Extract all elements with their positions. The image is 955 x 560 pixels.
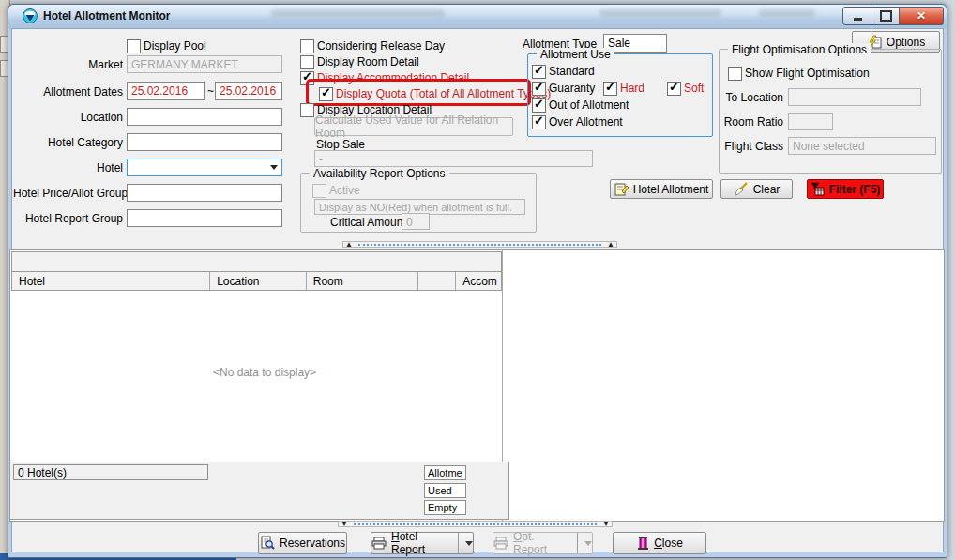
display-room-detail-checkbox[interactable] — [300, 55, 314, 69]
options-label: Options — [887, 36, 925, 49]
summary-row-allotment: Allotme — [424, 465, 466, 480]
critical-amount-field: 0 — [402, 213, 430, 230]
chevron-down-icon — [584, 541, 592, 546]
display-location-detail-checkbox[interactable] — [300, 103, 314, 117]
show-flight-optimisation-checkbox[interactable] — [728, 67, 742, 81]
bottom-splitter[interactable]: ▼ ▼ — [338, 521, 613, 527]
column-header-blank[interactable] — [418, 272, 456, 290]
clear-button[interactable]: Clear — [720, 179, 793, 199]
considering-release-day-label: Considering Release Day — [317, 39, 445, 53]
active-checkbox — [312, 184, 326, 198]
hotel-combobox[interactable] — [127, 159, 282, 176]
opt-report-button: Opt. Report — [493, 532, 593, 554]
allotment-date-from-field[interactable]: 25.02.2016 — [127, 82, 205, 100]
screen: Hotel Allotment Monitor ✕ Display Pool M… — [0, 0, 955, 560]
display-pool-checkbox[interactable] — [127, 39, 141, 53]
flight-class-field: None selected — [788, 137, 936, 155]
hotel-report-label: Hotel Report — [391, 530, 447, 556]
room-ratio-field — [788, 113, 833, 130]
hard-label: Hard — [620, 82, 644, 95]
location-field[interactable] — [127, 108, 282, 126]
opt-report-label: Opt. Report — [513, 530, 566, 556]
empty-table-message: <No data to display> — [213, 366, 316, 379]
summary-row-empty: Empty — [424, 500, 466, 515]
app-logo-icon — [23, 8, 38, 23]
clear-brush-icon — [734, 182, 749, 196]
stop-sale-field: - — [314, 150, 593, 167]
close-label: Close — [654, 537, 683, 550]
collapse-down-icon: ▼ — [341, 522, 348, 526]
display-room-detail-label: Display Room Detail — [317, 55, 419, 68]
standard-label: Standard — [549, 65, 595, 78]
reservations-icon — [260, 536, 275, 551]
guaranty-checkbox[interactable] — [532, 82, 546, 96]
standard-checkbox[interactable] — [532, 65, 546, 79]
hotel-count-label: 0 Hotel(s) — [13, 464, 208, 480]
hotel-category-field[interactable] — [127, 133, 282, 151]
chevron-down-icon[interactable] — [270, 165, 278, 170]
glass-artifact — [759, 9, 815, 17]
hotel-label: Hotel — [13, 161, 123, 174]
market-label: Market — [13, 58, 123, 71]
availability-report-options-title: Availability Report Options — [310, 167, 449, 180]
hotel-report-button[interactable]: Hotel Report — [371, 532, 474, 554]
collapse-up-icon: ▲ — [345, 242, 353, 247]
column-header-hotel[interactable]: Hotel — [12, 272, 210, 290]
active-label: Active — [329, 184, 360, 197]
allotment-use-title: Allotment Use — [537, 48, 614, 61]
table-group-header-row — [11, 251, 502, 272]
hard-checkbox[interactable] — [603, 82, 617, 96]
collapse-up-icon: ▲ — [607, 242, 614, 247]
display-accommodation-detail-checkbox[interactable] — [300, 71, 314, 85]
hotel-category-label: Hotel Category — [13, 136, 123, 149]
collapse-down-icon: ▼ — [602, 522, 610, 526]
guaranty-label: Guaranty — [549, 82, 595, 95]
maximize-icon — [880, 10, 892, 22]
considering-release-day-checkbox[interactable] — [300, 39, 314, 53]
to-location-field — [788, 88, 921, 106]
filter-button[interactable]: Filter (F5) — [807, 179, 884, 199]
minimize-button[interactable] — [842, 7, 872, 25]
out-of-allotment-label: Out of Allotment — [549, 98, 629, 112]
hotel-allotment-label: Hotel Allotment — [633, 183, 709, 196]
window-title: Hotel Allotment Monitor — [43, 9, 171, 23]
reservations-button[interactable]: Reservations — [258, 532, 347, 554]
clear-label: Clear — [753, 183, 781, 196]
market-field: GERMANY MARKET — [127, 55, 282, 73]
column-header-location[interactable]: Location — [210, 272, 307, 290]
close-icon: ✕ — [917, 9, 926, 23]
allotment-dates-label: Allotment Dates — [13, 85, 123, 98]
hotel-allotment-button[interactable]: Hotel Allotment — [610, 179, 713, 199]
display-quota-checkbox[interactable] — [319, 87, 333, 101]
filter-label: Filter (F5) — [829, 183, 881, 196]
over-allotment-label: Over Allotment — [549, 115, 623, 129]
hotel-price-allot-group-field[interactable] — [127, 184, 282, 202]
flight-class-label: Flight Class — [694, 140, 783, 153]
date-range-separator: ~ — [207, 84, 214, 98]
maximize-button[interactable] — [872, 7, 900, 25]
close-window-button[interactable]: ✕ — [900, 7, 944, 25]
over-allotment-checkbox[interactable] — [532, 115, 546, 129]
display-accommodation-detail-label: Display Accommodation Detail — [317, 71, 469, 84]
hotel-report-group-field[interactable] — [127, 209, 282, 227]
hotel-report-dropdown[interactable] — [458, 533, 473, 553]
allotment-date-to-field[interactable]: 25.02.2016 — [215, 82, 282, 100]
column-header-room[interactable]: Room — [307, 272, 419, 290]
to-location-label: To Location — [694, 91, 783, 104]
table-header-row: Hotel Location Room Accom — [11, 271, 502, 291]
minimize-icon — [854, 18, 862, 21]
critical-amount-label: Critical Amount — [330, 216, 406, 229]
filter-icon — [811, 182, 825, 196]
column-header-accom[interactable]: Accom — [456, 272, 501, 290]
printer-icon — [493, 537, 508, 550]
hotel-price-allot-group-label: Hotel Price/Allot Group — [13, 187, 123, 200]
top-splitter[interactable]: ▲ ▲ — [342, 241, 617, 248]
out-of-allotment-checkbox[interactable] — [532, 98, 546, 113]
opt-report-dropdown — [577, 533, 592, 553]
exit-door-icon — [636, 536, 649, 551]
close-button[interactable]: Close — [613, 532, 706, 554]
chevron-down-icon — [465, 541, 473, 546]
soft-checkbox[interactable] — [667, 82, 681, 96]
room-ratio-label: Room Ratio — [694, 115, 783, 129]
display-pool-label: Display Pool — [144, 39, 206, 53]
